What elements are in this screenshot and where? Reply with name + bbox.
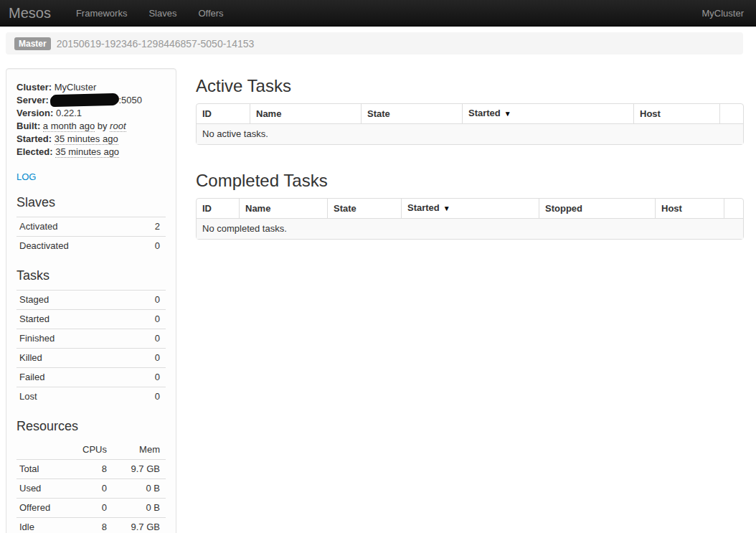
resources-idle-label: Idle [16,518,68,533]
completed-tasks-header-stopped[interactable]: Stopped [539,199,655,219]
tasks-failed-label: Failed [16,368,130,387]
active-tasks-header-name[interactable]: Name [250,104,361,124]
resources-used-cpus: 0 [68,479,113,499]
table-row: Offered 0 0 B [16,499,166,518]
resources-header-cpus: CPUs [68,440,113,460]
active-tasks-title: Active Tasks [196,76,742,96]
breadcrumb: Master 20150619-192346-1298446857-5050-1… [6,32,743,55]
tasks-killed-label: Killed [16,349,130,368]
slaves-activated-value: 2 [137,217,166,237]
built-time: a month ago [43,121,95,132]
active-tasks-header-id[interactable]: ID [197,104,250,124]
log-link[interactable]: LOG [16,171,36,182]
started-info-line: Started: 35 minutes ago [16,133,166,146]
navbar-cluster-name: MyCluster [701,8,747,19]
cluster-value: MyCluster [55,82,97,93]
resources-offered-mem: 0 B [113,499,166,518]
nav-item-slaves[interactable]: Slaves [138,1,187,26]
completed-tasks-header-host[interactable]: Host [655,199,724,219]
resources-used-mem: 0 B [113,479,166,499]
tasks-table: Staged 0 Started 0 Finished 0 Killed 0 F… [16,290,166,406]
cluster-info-line: Cluster: MyCluster [16,81,166,94]
sort-desc-icon: ▼ [443,204,450,212]
resources-used-label: Used [16,479,68,499]
empty-row: No active tasks. [197,124,743,144]
table-header-row: CPUs Mem [16,440,166,460]
tasks-started-label: Started [16,310,130,329]
table-row: Activated 2 [16,217,166,237]
resources-offered-label: Offered [16,499,68,518]
built-user: root [110,121,126,132]
resources-total-cpus: 8 [68,460,113,479]
active-tasks-header-host[interactable]: Host [633,104,719,124]
table-row: Lost 0 [16,387,166,407]
slaves-activated-label: Activated [16,217,137,237]
elected-info-line: Elected: 35 minutes ago [16,146,166,159]
nav-item-frameworks[interactable]: Frameworks [65,1,138,26]
tasks-lost-value: 0 [130,387,166,407]
built-info-line: Built: a month ago by root [16,120,166,133]
elected-label: Elected: [16,146,53,157]
completed-tasks-empty-message: No completed tasks. [197,219,743,239]
completed-tasks-title: Completed Tasks [196,171,742,191]
top-navbar: Mesos Frameworks Slaves Offers MyCluster [0,0,756,27]
empty-row: No completed tasks. [197,219,743,239]
table-row: Killed 0 [16,349,166,368]
tasks-killed-value: 0 [130,349,166,368]
started-header-label: Started [468,108,501,118]
sort-desc-icon: ▼ [504,110,511,118]
tasks-lost-label: Lost [16,387,130,407]
table-row: Idle 8 9.7 GB [16,518,166,533]
active-tasks-header-state[interactable]: State [361,104,462,124]
tasks-staged-value: 0 [130,291,166,310]
table-header-row: ID Name State Started▼ Host [197,104,743,124]
server-port: :5050 [118,95,142,105]
started-time: 35 minutes ago [55,133,118,145]
master-id: 20150619-192346-1298446857-5050-14153 [57,38,255,49]
slaves-section-title: Slaves [16,194,166,211]
elected-time: 35 minutes ago [55,146,119,158]
completed-tasks-header-name[interactable]: Name [239,199,327,219]
slaves-table: Activated 2 Deactivated 0 [16,217,166,255]
tasks-staged-label: Staged [16,291,130,310]
tasks-finished-label: Finished [16,329,130,349]
resources-total-mem: 9.7 GB [113,460,166,479]
table-row: Failed 0 [16,368,166,387]
server-label: Server: [16,95,49,105]
nav-item-offers[interactable]: Offers [187,1,234,26]
page-layout: Cluster: MyCluster Server: :5050 Version… [6,68,743,533]
table-row: Staged 0 [16,291,166,310]
version-value: 0.22.1 [56,108,82,118]
built-by: by [98,121,108,131]
resources-section-title: Resources [16,418,166,435]
completed-tasks-header-blank [724,199,743,219]
completed-tasks-header-state[interactable]: State [327,199,401,219]
server-info-line: Server: :5050 [16,94,166,107]
built-label: Built: [16,121,40,131]
resources-offered-cpus: 0 [68,499,113,518]
completed-tasks-header-id[interactable]: ID [197,199,239,219]
resources-total-label: Total [16,460,68,479]
server-address-redacted [51,94,118,106]
table-row: Used 0 0 B [16,479,166,499]
active-tasks-empty-message: No active tasks. [197,124,743,144]
tasks-finished-value: 0 [130,329,166,349]
table-row: Deactivated 0 [16,237,166,256]
master-badge: Master [14,37,51,50]
cluster-label: Cluster: [16,82,52,93]
completed-tasks-header-started[interactable]: Started▼ [401,199,539,219]
brand-link-mesos[interactable]: Mesos [9,5,51,22]
resources-idle-mem: 9.7 GB [113,518,166,533]
resources-header-blank [16,440,68,460]
table-row: Started 0 [16,310,166,329]
resources-header-mem: Mem [113,440,166,460]
started-header-label: Started [407,202,440,213]
version-info-line: Version: 0.22.1 [16,107,166,120]
table-header-row: ID Name State Started▼ Stopped Host [197,199,743,219]
active-tasks-header-started[interactable]: Started▼ [462,104,633,124]
main-content: Active Tasks ID Name State Started▼ Host… [196,68,742,533]
table-row: Finished 0 [16,329,166,349]
sidebar-panel: Cluster: MyCluster Server: :5050 Version… [6,68,176,533]
slaves-deactivated-label: Deactivated [16,237,137,256]
resources-table: CPUs Mem Total 8 9.7 GB Used 0 0 B Offer… [16,440,166,533]
